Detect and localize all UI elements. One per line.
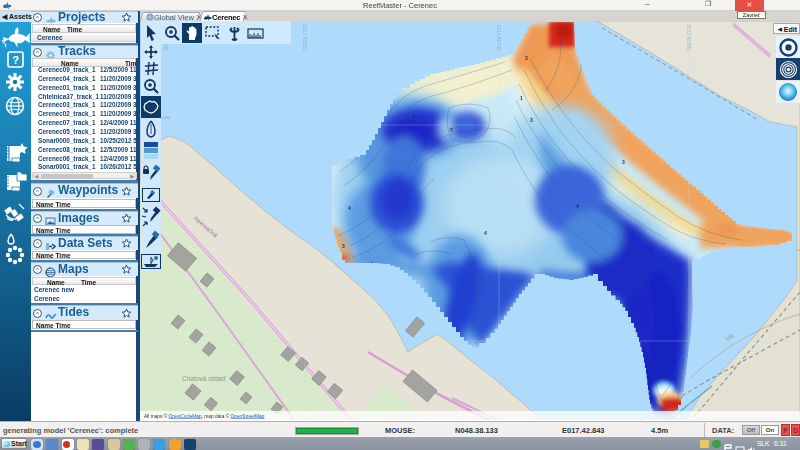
svg-text:E017.42.890: E017.42.890	[686, 25, 691, 51]
svg-text:?: ?	[12, 54, 19, 66]
svg-text:4: 4	[576, 203, 579, 209]
svg-text:3: 3	[525, 55, 528, 61]
svg-text:4: 4	[348, 205, 351, 211]
svg-text:E017.42.690: E017.42.690	[302, 25, 307, 51]
svg-text:3: 3	[530, 117, 533, 123]
svg-text:...: ...	[13, 187, 16, 192]
svg-text:NO.AA EL.LOD: NO.AA EL.LOD	[146, 116, 171, 120]
svg-text:E017.42.790: E017.42.790	[496, 25, 501, 51]
svg-text:Chatová oblasť: Chatová oblasť	[182, 375, 227, 382]
svg-text:All maps © OpenCycleMap, map d: All maps © OpenCycleMap, map data © Open…	[144, 413, 265, 419]
svg-text:3: 3	[622, 159, 625, 165]
svg-text:E017.42.590: E017.42.590	[163, 25, 168, 51]
svg-text:5: 5	[450, 127, 453, 133]
svg-text:1: 1	[520, 95, 523, 101]
svg-text:...: ...	[13, 158, 16, 163]
svg-text:3: 3	[342, 243, 345, 249]
svg-text:4: 4	[412, 113, 415, 119]
svg-text:4: 4	[484, 230, 487, 236]
